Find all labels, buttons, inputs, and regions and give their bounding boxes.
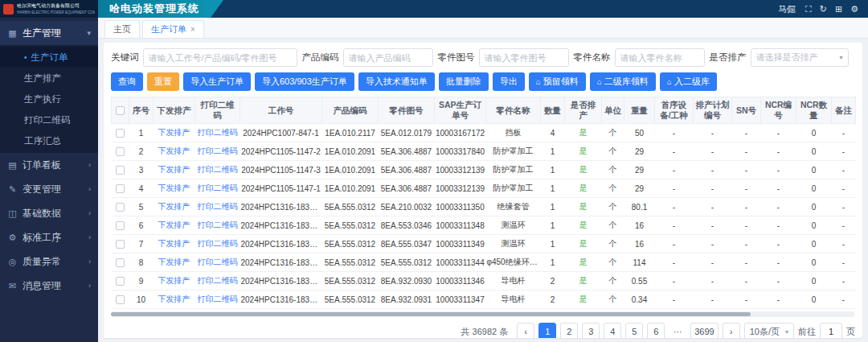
cell-part-name: 导电杆 [486,272,541,290]
send-schedule-link[interactable]: 下发排产 [158,276,190,285]
home-icon: ⌂ [597,77,602,86]
reset-button[interactable]: 重置 [147,72,179,91]
print-qrcode-link[interactable]: 打印二维码 [198,239,238,248]
horizontal-scrollbar[interactable] [111,311,855,317]
import-tech-notice-button[interactable]: 导入技术通知单 [358,72,435,91]
send-schedule-link[interactable]: 下发排产 [158,146,190,155]
cell-part-name: 防护罩加工 [486,161,541,179]
query-button[interactable]: 查询 [111,72,143,91]
table-row: 5下发排产打印二维码2024HPC1316-1833-25EA.555.0312… [112,198,856,216]
print-qrcode-link[interactable]: 打印二维码 [198,146,238,155]
horizontal-scrollbar-thumb[interactable] [111,312,751,316]
orders-table: 序号下发排产打印二维码工作号产品编码零件图号SAP生产订单号零件名称数量是否排产… [111,97,856,309]
user-name[interactable]: 马倔 [778,3,796,15]
sidebar-item-production-management[interactable]: ▦生产管理▾ [0,21,98,45]
row-checkbox[interactable] [116,221,125,230]
filter-select-scheduled[interactable]: 请选择是否排产▾ [751,48,849,67]
button-label: 入二级库 [674,76,710,88]
import-603-903-order-button[interactable]: 导入603/903生产订单 [255,72,354,91]
filter-input-product-code[interactable] [343,48,433,67]
refresh-icon[interactable]: ↻ [820,4,827,14]
reserve-picking-button[interactable]: ⌂预留领料 [529,72,586,91]
print-qrcode-link[interactable]: 打印二维码 [198,128,238,137]
row-checkbox[interactable] [116,203,125,212]
apps-grid-icon[interactable]: ⊞ [835,4,842,14]
print-qrcode-link[interactable]: 打印二维码 [198,258,238,266]
sidebar-subitem-production-execution[interactable]: 生产执行 [0,89,98,109]
page-button-ellipsis[interactable]: ··· [669,323,686,338]
sidebar-item-order-board[interactable]: ▤订单看板› [0,153,98,177]
app-window: 哈尔滨电气动力装备有限公司 HARBIN ELECTRIC POWER EQUI… [0,0,868,342]
sidebar-item-standard-process[interactable]: ⚙标准工序› [0,225,98,249]
print-qrcode-link[interactable]: 打印二维码 [198,183,238,192]
print-qrcode-link[interactable]: 打印二维码 [198,165,238,174]
sidebar-item-message-management[interactable]: ✉消息管理› [0,274,98,298]
row-checkbox[interactable] [116,129,125,138]
print-qrcode-link[interactable]: 打印二维码 [198,220,238,229]
tab-home[interactable]: 主页 [104,20,140,38]
page-size-select[interactable]: 10条/页▾ [744,323,794,338]
export-button[interactable]: 导出 [493,72,525,91]
fullscreen-icon[interactable]: ⛶ [805,4,812,14]
filter-input-part-no[interactable] [479,48,569,67]
cell-ncr-qty: 0 [796,161,832,179]
filter-input-keyword[interactable] [143,48,297,67]
cell-scheduled: 是 [565,161,602,179]
page-button-2[interactable]: 2 [560,323,578,338]
send-schedule-link[interactable]: 下发排产 [158,202,190,211]
cell-unit: 个 [602,179,624,198]
l2-warehouse-picking-button[interactable]: ⌂二级库领料 [590,72,656,91]
table-row: 4下发排产打印二维码2024HPC1105-1147-11EA.010.2091… [112,179,856,198]
cell-part-name: 绝缘套管 [486,198,541,216]
next-page-button[interactable]: › [723,323,740,338]
page-button-4[interactable]: 4 [604,323,621,338]
into-l2-warehouse-button[interactable]: ⌂入二级库 [660,72,717,91]
sidebar-item-change-management[interactable]: ✎变更管理› [0,177,98,201]
page-button-3[interactable]: 3 [582,323,600,338]
sidebar-item-base-data[interactable]: ◫基础数据› [0,201,98,225]
send-schedule-link[interactable]: 下发排产 [158,165,190,174]
send-schedule-link[interactable]: 下发排产 [158,183,190,192]
sidebar-subitem-production-order[interactable]: •生产订单 [0,47,98,68]
row-checkbox[interactable] [116,277,125,286]
print-qrcode-link[interactable]: 打印二维码 [198,202,238,211]
sidebar-subitem-production-scheduling[interactable]: 生产排产 [0,68,98,89]
settings-gear-icon[interactable]: ⚙ [850,4,858,14]
cell-ncr-no: - [761,272,796,290]
page-button-6[interactable]: 6 [647,323,665,338]
send-schedule-link[interactable]: 下发排产 [158,220,190,229]
send-schedule-link[interactable]: 下发排产 [158,258,190,266]
table-row: 3下发排产打印二维码2024HPC1105-1147-31EA.010.2091… [112,161,856,179]
row-checkbox[interactable] [116,147,125,156]
tab-production-order[interactable]: 生产订单× [142,20,204,38]
close-icon[interactable]: × [190,25,195,34]
filter-input-part-name[interactable] [615,48,705,67]
send-schedule-link[interactable]: 下发排产 [158,128,190,137]
page-button-3699[interactable]: 3699 [690,323,718,338]
row-checkbox[interactable] [116,184,125,193]
import-production-order-button[interactable]: 导入生产订单 [183,72,251,91]
cell-work-no: 2024HPC1316-1833-2 [240,290,322,309]
row-checkbox[interactable] [116,166,125,175]
goto-page-input[interactable] [820,323,842,338]
page-button-1[interactable]: 1 [538,323,556,338]
select-all-checkbox[interactable] [116,106,125,115]
tab-label: 主页 [113,23,131,35]
send-schedule-link[interactable]: 下发排产 [158,295,190,303]
sidebar-subitem-print-qrcode[interactable]: 打印二维码 [0,109,98,130]
batch-delete-button[interactable]: 批量删除 [439,72,489,91]
print-qrcode-link[interactable]: 打印二维码 [198,295,238,303]
page-button-5[interactable]: 5 [625,323,643,338]
print-qrcode-link[interactable]: 打印二维码 [198,276,238,285]
sidebar-subitem-process-summary[interactable]: 工序汇总 [0,130,98,151]
row-checkbox[interactable] [116,258,125,267]
cell-scheduled: 是 [565,142,602,161]
prev-page-button[interactable]: ‹ [517,323,534,338]
row-checkbox[interactable] [116,295,125,304]
sidebar-item-quality-exception[interactable]: ◎质量异常› [0,249,98,274]
col-header: 打印二维码 [195,97,240,124]
send-schedule-link[interactable]: 下发排产 [158,239,190,248]
row-checkbox[interactable] [116,240,125,249]
cell-print: 打印二维码 [195,235,240,253]
cell-seq: 6 [129,216,154,235]
